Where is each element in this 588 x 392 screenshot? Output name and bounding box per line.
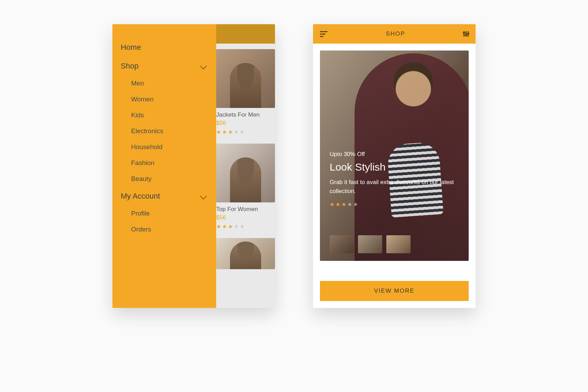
nav-shop-electronics[interactable]: Electronics — [121, 123, 208, 139]
product-card[interactable]: Top For Women $56 ★★★★★ — [216, 144, 269, 230]
chevron-down-icon — [200, 193, 207, 200]
hero-tag: Upto 30% Off — [330, 151, 459, 158]
hero-rating: ★★★★★ — [330, 201, 459, 208]
hero-description: Grab it fast to avail extra discounts on… — [330, 178, 459, 196]
page-title: SHOP — [386, 30, 405, 37]
product-image — [216, 144, 275, 202]
product-price: $56 — [216, 214, 269, 221]
nav-account-orders[interactable]: Orders — [121, 221, 208, 237]
product-card[interactable]: Jackets For Men $56 ★★★★★ — [216, 49, 269, 135]
nav-shop-household[interactable]: Household — [121, 139, 208, 155]
header-bar: SHOP — [313, 24, 476, 44]
nav-shop[interactable]: Shop — [121, 57, 208, 75]
product-rating: ★★★★★ — [216, 223, 269, 230]
view-more-button[interactable]: VIEW MORE — [320, 281, 469, 301]
product-title: Jackets For Men — [216, 111, 269, 118]
nav-drawer: Home Shop Men Women Kids Electronics Hou… — [112, 24, 216, 308]
button-label: VIEW MORE — [374, 288, 414, 294]
product-image — [216, 238, 275, 269]
nav-shop-beauty[interactable]: Beauty — [121, 171, 208, 187]
thumbnail[interactable] — [330, 235, 354, 253]
hero-banner[interactable]: Upto 30% Off Look Stylish Grab it fast t… — [320, 51, 469, 261]
screen-shop: SHOP Upto 30% Off Look Stylish Grab it f… — [313, 24, 476, 308]
filter-icon[interactable] — [463, 31, 469, 37]
menu-icon[interactable] — [320, 31, 328, 37]
screen-drawer: Jackets For Men $56 ★★★★★ Top For Women … — [112, 24, 275, 308]
nav-shop-women[interactable]: Women — [121, 91, 208, 107]
chevron-down-icon — [200, 63, 207, 70]
product-list: Jackets For Men $56 ★★★★★ Top For Women … — [216, 44, 275, 308]
nav-account-profile[interactable]: Profile — [121, 206, 208, 221]
nav-account[interactable]: My Account — [121, 187, 208, 206]
nav-shop-fashion[interactable]: Fashion — [121, 155, 208, 171]
thumbnail[interactable] — [358, 235, 382, 253]
product-rating: ★★★★★ — [216, 129, 269, 135]
hero-thumbnails — [330, 235, 411, 253]
thumbnail[interactable] — [386, 235, 411, 253]
product-title: Top For Women — [216, 206, 269, 213]
nav-label: My Account — [121, 192, 160, 201]
product-price: $56 — [216, 120, 269, 127]
hero-content: Upto 30% Off Look Stylish Grab it fast t… — [330, 151, 459, 208]
nav-shop-kids[interactable]: Kids — [121, 107, 208, 123]
product-image — [216, 49, 275, 108]
hero-headline: Look Stylish — [330, 161, 459, 173]
nav-shop-men[interactable]: Men — [121, 75, 208, 91]
product-card[interactable] — [216, 238, 269, 269]
nav-label: Home — [121, 43, 141, 52]
nav-home[interactable]: Home — [121, 38, 208, 57]
nav-label: Shop — [121, 62, 138, 71]
